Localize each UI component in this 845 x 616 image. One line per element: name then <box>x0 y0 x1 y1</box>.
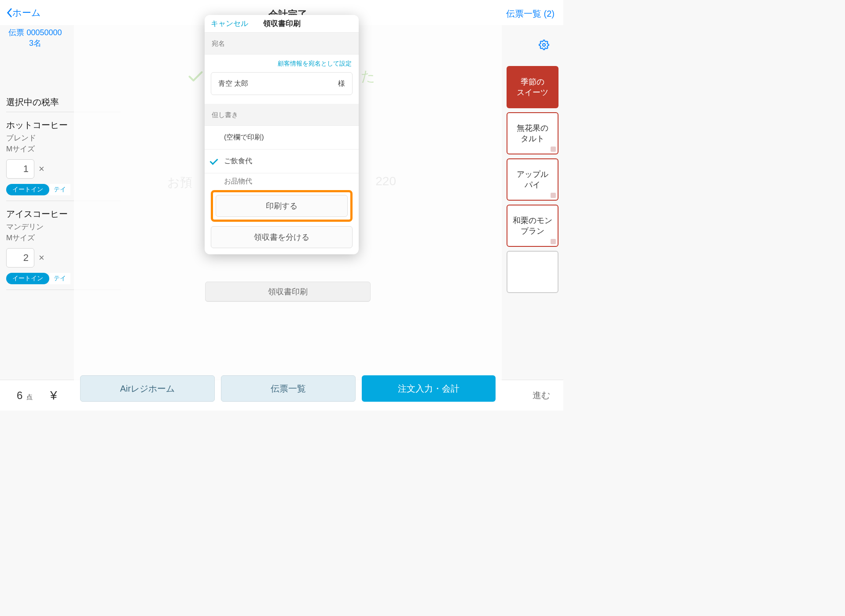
menu-card[interactable]: アップルパイ <box>507 158 558 201</box>
eatin-tag[interactable]: イートイン <box>6 184 49 195</box>
menu-card[interactable]: 無花果のタルト <box>507 112 558 154</box>
card-label: 無花果のタルト <box>517 123 548 144</box>
gear-icon[interactable] <box>539 40 549 52</box>
lock-icon <box>551 147 556 152</box>
popover-actions: 印刷する 領収書を分ける <box>205 190 359 254</box>
order-entry-button[interactable]: 注文入力・会計 <box>362 375 496 402</box>
slip-list-link[interactable]: 伝票一覧 (2) <box>506 8 555 20</box>
slip-guests: 3名 <box>0 38 70 48</box>
home-label: ホーム <box>12 7 41 19</box>
quantity-stepper[interactable]: 1 <box>6 159 34 179</box>
split-receipt-button[interactable]: 領収書を分ける <box>211 226 353 248</box>
slip-info: 伝票 00050000 3名 <box>0 27 70 48</box>
card-label: アップルパイ <box>517 169 548 190</box>
chevron-left-icon <box>6 8 12 18</box>
popover-title: 領収書印刷 <box>263 18 301 29</box>
receipt-print-popover: キャンセル 領収書印刷 宛名 顧客情報を宛名として設定 青空 太郎 様 但し書き… <box>205 15 359 254</box>
modal-bottom-buttons: Airレジホーム 伝票一覧 注文入力・会計 <box>80 375 496 402</box>
print-button[interactable]: 印刷する <box>216 195 348 217</box>
memo-options: (空欄で印刷) ご飲食代 お品物代 <box>205 126 359 189</box>
set-customer-link[interactable]: 顧客情報を宛名として設定 <box>205 55 359 70</box>
slip-list-button[interactable]: 伝票一覧 <box>221 375 356 402</box>
menu-card[interactable]: 和栗のモンブラン <box>507 205 558 247</box>
quantity-stepper[interactable]: 2 <box>6 248 34 268</box>
menu-card-empty[interactable] <box>507 251 558 293</box>
takeout-tag[interactable]: テイ <box>49 273 70 284</box>
receipt-print-button[interactable]: 領収書印刷 <box>205 282 371 302</box>
remove-icon[interactable]: × <box>39 163 44 175</box>
lock-icon <box>551 193 556 198</box>
svg-point-0 <box>543 44 545 46</box>
card-label: 和栗のモンブラン <box>513 215 552 236</box>
addressee-input[interactable]: 青空 太郎 様 <box>211 72 353 95</box>
cancel-button[interactable]: キャンセル <box>211 18 248 29</box>
addressee-name: 青空 太郎 <box>218 79 248 88</box>
takeout-tag[interactable]: テイ <box>49 184 70 195</box>
memo-option-blank[interactable]: (空欄で印刷) <box>205 126 359 150</box>
total-qty: 6 <box>17 389 22 401</box>
eatin-tag[interactable]: イートイン <box>6 273 49 284</box>
menu-card[interactable]: 季節のスイーツ <box>507 66 558 108</box>
memo-section-label: 但し書き <box>205 104 359 126</box>
print-highlight: 印刷する <box>211 190 353 222</box>
slip-number: 伝票 00050000 <box>0 27 70 38</box>
remove-icon[interactable]: × <box>39 252 44 264</box>
honorific-label: 様 <box>338 79 345 88</box>
memo-option-goods[interactable]: お品物代 <box>205 173 359 189</box>
home-link[interactable]: ホーム <box>6 7 41 19</box>
memo-option-food[interactable]: ご飲食代 <box>205 150 359 173</box>
addressee-section-label: 宛名 <box>205 33 359 55</box>
menu-cards: 季節のスイーツ 無花果のタルト アップルパイ 和栗のモンブラン <box>507 66 558 293</box>
air-home-button[interactable]: Airレジホーム <box>80 375 215 402</box>
advance-button[interactable]: 進む <box>533 389 550 401</box>
yen-symbol: ¥ <box>50 389 57 403</box>
popover-header: キャンセル 領収書印刷 <box>205 15 359 33</box>
total-qty-unit: 点 <box>26 393 33 400</box>
lock-icon <box>551 239 556 244</box>
card-label: 季節のスイーツ <box>517 77 548 98</box>
